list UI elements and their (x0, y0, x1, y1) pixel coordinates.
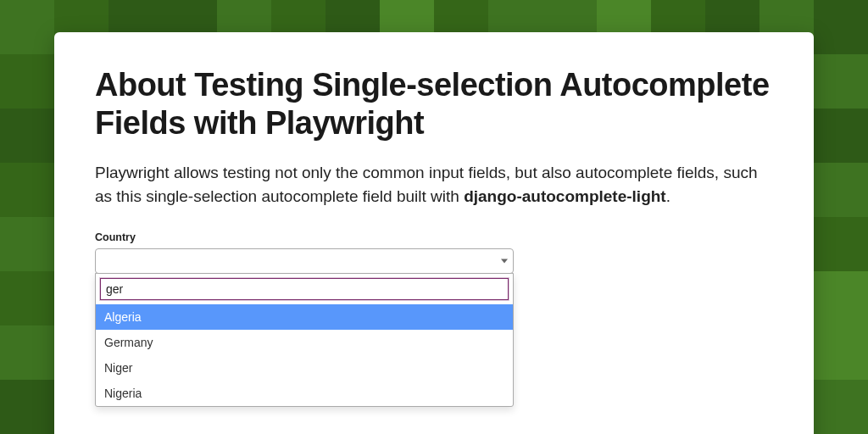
chevron-down-icon (501, 259, 508, 263)
country-field-label: Country (95, 231, 773, 243)
autocomplete-option[interactable]: Niger (96, 355, 513, 381)
article-card: About Testing Single-selection Autocompl… (54, 32, 814, 434)
autocomplete-option[interactable]: Germany (96, 330, 513, 355)
autocomplete-dropdown: AlgeriaGermanyNigerNigeria (95, 273, 514, 407)
country-autocomplete[interactable]: AlgeriaGermanyNigerNigeria (95, 248, 514, 407)
autocomplete-search-input[interactable] (100, 278, 509, 300)
intro-text-post: . (666, 187, 670, 205)
autocomplete-option[interactable]: Nigeria (96, 381, 513, 406)
page-title: About Testing Single-selection Autocompl… (95, 66, 773, 142)
intro-text-bold: django-autocomplete-light (464, 187, 666, 205)
intro-paragraph: Playwright allows testing not only the c… (95, 161, 773, 209)
autocomplete-selection[interactable] (95, 248, 514, 274)
autocomplete-option[interactable]: Algeria (96, 304, 513, 330)
autocomplete-results: AlgeriaGermanyNigerNigeria (96, 304, 513, 406)
